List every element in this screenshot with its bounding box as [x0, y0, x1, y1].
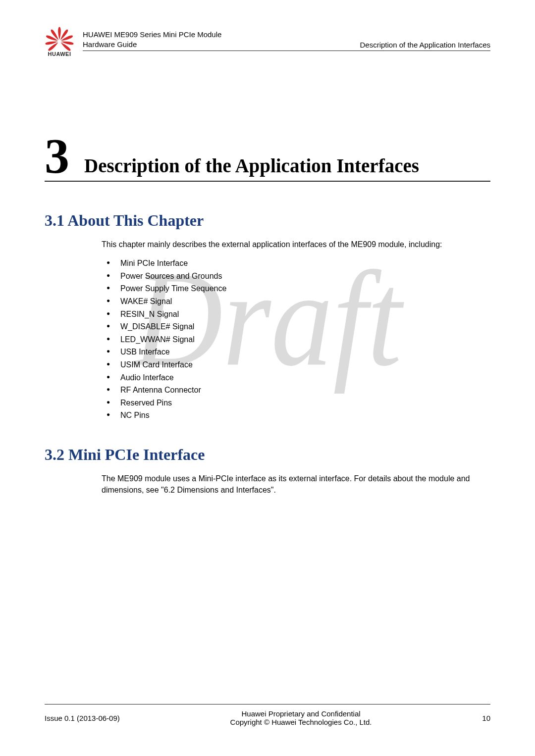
- section-3-1-heading: 3.1 About This Chapter: [45, 211, 490, 230]
- footer-copyright: Copyright © Huawei Technologies Co., Ltd…: [120, 718, 482, 726]
- huawei-petal-icon: [45, 25, 74, 52]
- list-item: Power Sources and Grounds: [102, 270, 490, 283]
- section-3-2-body: The ME909 module uses a Mini-PCIe interf…: [102, 473, 490, 496]
- footer-page-number: 10: [482, 714, 490, 722]
- list-item: RF Antenna Connector: [102, 384, 490, 397]
- list-item: LED_WWAN# Signal: [102, 333, 490, 346]
- list-item: USIM Card Interface: [102, 358, 490, 371]
- list-item: W_DISABLE# Signal: [102, 320, 490, 333]
- list-item: Power Supply Time Sequence: [102, 282, 490, 295]
- section-3-2-heading: 3.2 Mini PCIe Interface: [45, 446, 490, 464]
- footer-proprietary: Huawei Proprietary and Confidential: [120, 709, 482, 718]
- list-item: NC Pins: [102, 409, 490, 422]
- list-item: Reserved Pins: [102, 397, 490, 409]
- chapter-number: 3: [45, 136, 69, 176]
- list-item: Audio Interface: [102, 371, 490, 384]
- list-item: WAKE# Signal: [102, 295, 490, 308]
- huawei-logo: HUAWEI: [42, 25, 77, 57]
- footer-issue: Issue 0.1 (2013-06-09): [45, 714, 120, 722]
- section-3-1-intro: This chapter mainly describes the extern…: [102, 239, 490, 250]
- doc-title-line1: HUAWEI ME909 Series Mini PCIe Module: [83, 30, 221, 40]
- section-3-1-list: Mini PCIe Interface Power Sources and Gr…: [102, 257, 490, 422]
- list-item: Mini PCIe Interface: [102, 257, 490, 270]
- doc-title-line2: Hardware Guide: [83, 40, 221, 50]
- header-chapter-ref: Description of the Application Interface…: [360, 41, 490, 49]
- list-item: RESIN_N Signal: [102, 308, 490, 321]
- list-item: USB Interface: [102, 346, 490, 358]
- huawei-logo-text: HUAWEI: [48, 51, 71, 57]
- chapter-title: Description of the Application Interface…: [84, 154, 419, 177]
